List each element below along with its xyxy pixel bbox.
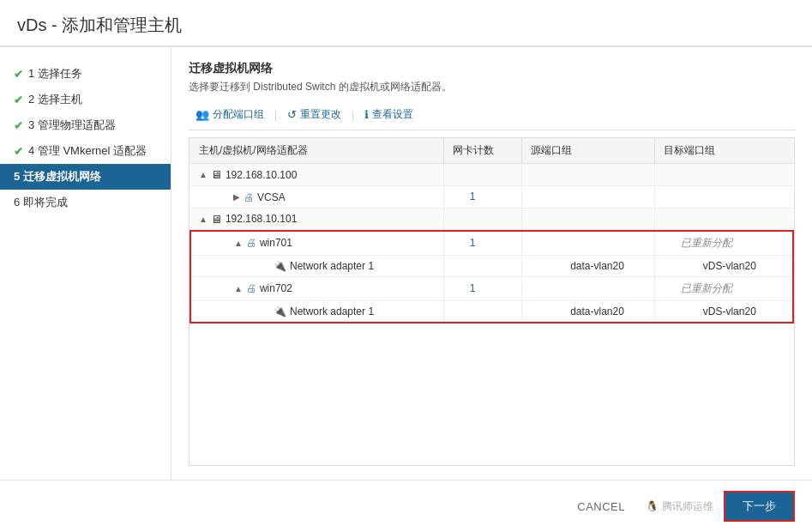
host-nic-count bbox=[443, 164, 521, 186]
sidebar-item-5[interactable]: 5 迁移虚拟机网络 bbox=[0, 164, 171, 190]
sidebar-label-3: 3 管理物理适配器 bbox=[28, 118, 116, 133]
vm3-name: ▲ 🖨 win702 bbox=[190, 276, 443, 300]
revert-icon: ↺ bbox=[287, 108, 297, 121]
adapter2-src-pg: data-vlan20 bbox=[522, 300, 655, 323]
toolbar-divider-1: | bbox=[274, 109, 277, 121]
host2-src-pg bbox=[522, 208, 655, 231]
dialog-body: ✔ 1 选择任务 ✔ 2 选择主机 ✔ 3 管理物理适配器 ✔ 4 管理 VMk… bbox=[0, 47, 812, 480]
col-src-pg: 源端口组 bbox=[522, 138, 655, 164]
vm-nic-count: 1 bbox=[443, 186, 521, 209]
vm-dst-pg bbox=[654, 186, 793, 209]
check-icon-2: ✔ bbox=[14, 94, 23, 106]
next-button[interactable]: 下一步 bbox=[724, 491, 795, 522]
col-dst-pg: 目标端口组 bbox=[654, 138, 793, 164]
section-title: 迁移虚拟机网络 bbox=[189, 61, 795, 76]
sidebar-label-1: 1 选择任务 bbox=[28, 66, 82, 82]
table-row: 🔌 Network adapter 1 data-vlan20 vDS-vlan… bbox=[190, 255, 793, 276]
host-src-pg bbox=[522, 164, 655, 186]
expand-icon[interactable]: ▲ bbox=[234, 239, 243, 248]
expand-icon[interactable]: ▲ bbox=[199, 215, 208, 224]
sidebar-item-3[interactable]: ✔ 3 管理物理适配器 bbox=[0, 112, 171, 138]
vm2-name: ▲ 🖨 win701 bbox=[190, 231, 443, 256]
dialog-title: vDs - 添加和管理主机 bbox=[17, 14, 795, 37]
adapter1-src-pg: data-vlan20 bbox=[522, 255, 655, 276]
vm3-dst-pg: 已重新分配 bbox=[654, 276, 793, 300]
vm3-src-pg bbox=[522, 276, 655, 300]
watermark: 🐧 腾讯师运维 bbox=[646, 499, 713, 514]
table-row: ▶ 🖨 VCSA 1 bbox=[190, 186, 793, 209]
vm-name: ▶ 🖨 VCSA bbox=[190, 186, 443, 209]
dialog-footer: CANCEL 🐧 腾讯师运维 下一步 bbox=[0, 480, 812, 532]
toolbar: 👥 分配端口组 | ↺ 重置更改 | ℹ 查看设置 bbox=[189, 105, 795, 130]
adapter2-nic-count bbox=[443, 300, 521, 323]
vm2-nic-count: 1 bbox=[443, 231, 521, 256]
adapter1-name: 🔌 Network adapter 1 bbox=[190, 255, 443, 276]
check-icon-3: ✔ bbox=[14, 119, 23, 132]
expand-icon[interactable]: ▶ bbox=[233, 192, 240, 202]
cancel-button[interactable]: CANCEL bbox=[567, 495, 635, 518]
revert-label: 重置更改 bbox=[300, 107, 341, 122]
view-settings-label: 查看设置 bbox=[372, 107, 413, 122]
sidebar-item-2[interactable]: ✔ 2 选择主机 bbox=[0, 87, 171, 112]
section-desc: 选择要迁移到 Distributed Switch 的虚拟机或网络适配器。 bbox=[189, 80, 795, 94]
revert-changes-button[interactable]: ↺ 重置更改 bbox=[280, 105, 348, 124]
host2-nic-count bbox=[443, 208, 521, 231]
assign-portgroup-icon: 👥 bbox=[195, 108, 209, 121]
table-row: ▲ 🖥 192.168.10.101 bbox=[190, 208, 793, 231]
table-row: ▲ 🖨 win701 1 已重新分配 bbox=[190, 231, 793, 256]
watermark-text: 腾讯师运维 bbox=[662, 499, 713, 514]
dialog: vDs - 添加和管理主机 ✔ 1 选择任务 ✔ 2 选择主机 ✔ 3 管理物理… bbox=[0, 0, 812, 532]
sidebar-label-5: 5 迁移虚拟机网络 bbox=[14, 169, 101, 184]
table-row: ▲ 🖨 win702 1 已重新分配 bbox=[190, 276, 793, 300]
sidebar-item-4[interactable]: ✔ 4 管理 VMkernel 适配器 bbox=[0, 138, 171, 164]
vm3-nic-count: 1 bbox=[443, 276, 521, 300]
host2-dst-pg bbox=[654, 208, 793, 231]
assign-portgroup-button[interactable]: 👥 分配端口组 bbox=[189, 105, 271, 124]
toolbar-divider-2: | bbox=[352, 109, 354, 121]
adapter2-dst-pg: vDS-vlan20 bbox=[654, 300, 793, 323]
adapter2-name: 🔌 Network adapter 1 bbox=[190, 300, 443, 323]
view-settings-button[interactable]: ℹ 查看设置 bbox=[358, 105, 420, 124]
vm2-src-pg bbox=[522, 231, 655, 256]
sidebar-item-1[interactable]: ✔ 1 选择任务 bbox=[0, 61, 171, 87]
adapter-icon: 🔌 bbox=[274, 260, 286, 272]
sidebar-label-2: 2 选择主机 bbox=[28, 92, 82, 107]
watermark-icon: 🐧 bbox=[646, 500, 659, 512]
table-container[interactable]: 主机/虚拟机/网络适配器 网卡计数 源端口组 目标端口组 ▲ bbox=[189, 137, 795, 466]
sidebar-label-6: 6 即将完成 bbox=[14, 195, 68, 210]
check-icon-1: ✔ bbox=[14, 68, 23, 81]
adapter2-icon: 🔌 bbox=[274, 305, 286, 317]
expand-icon[interactable]: ▲ bbox=[234, 284, 243, 293]
host2-icon: 🖥 bbox=[211, 213, 222, 226]
vm2-icon: 🖨 bbox=[246, 237, 256, 249]
vm3-icon: 🖨 bbox=[246, 282, 256, 294]
host-dst-pg bbox=[654, 164, 793, 186]
check-icon-4: ✔ bbox=[14, 145, 23, 158]
host-icon: 🖥 bbox=[211, 168, 222, 181]
dialog-header: vDs - 添加和管理主机 bbox=[0, 0, 812, 47]
vm-icon: 🖨 bbox=[244, 191, 254, 203]
table-header-row: 主机/虚拟机/网络适配器 网卡计数 源端口组 目标端口组 bbox=[190, 138, 793, 164]
vm2-dst-pg: 已重新分配 bbox=[654, 231, 793, 256]
host2-name: ▲ 🖥 192.168.10.101 bbox=[190, 208, 443, 231]
table-row: ▲ 🖥 192.168.10.100 bbox=[190, 164, 793, 186]
adapter1-nic-count bbox=[443, 255, 521, 276]
expand-icon[interactable]: ▲ bbox=[199, 170, 208, 179]
vm-network-table: 主机/虚拟机/网络适配器 网卡计数 源端口组 目标端口组 ▲ bbox=[189, 138, 794, 323]
adapter1-dst-pg: vDS-vlan20 bbox=[654, 255, 793, 276]
info-icon: ℹ bbox=[364, 108, 369, 121]
col-nic-count: 网卡计数 bbox=[443, 138, 521, 164]
vm-src-pg bbox=[522, 186, 655, 209]
col-host-vm-adapter: 主机/虚拟机/网络适配器 bbox=[190, 138, 443, 164]
assign-portgroup-label: 分配端口组 bbox=[213, 107, 264, 122]
main-content: 迁移虚拟机网络 选择要迁移到 Distributed Switch 的虚拟机或网… bbox=[171, 47, 812, 480]
sidebar-item-6[interactable]: 6 即将完成 bbox=[0, 190, 171, 215]
table-row: 🔌 Network adapter 1 data-vlan20 vDS-vlan… bbox=[190, 300, 793, 323]
host-name: ▲ 🖥 192.168.10.100 bbox=[190, 164, 443, 186]
sidebar-label-4: 4 管理 VMkernel 适配器 bbox=[28, 143, 147, 159]
sidebar: ✔ 1 选择任务 ✔ 2 选择主机 ✔ 3 管理物理适配器 ✔ 4 管理 VMk… bbox=[0, 47, 171, 480]
